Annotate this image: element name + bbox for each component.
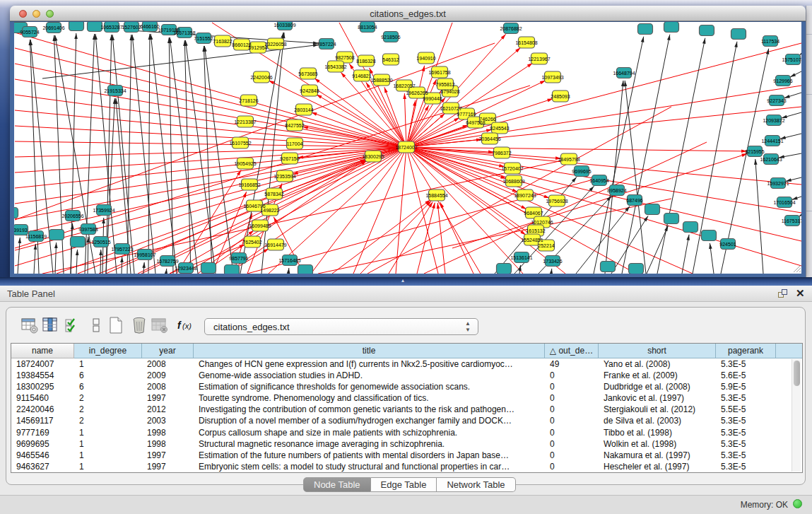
table-cell[interactable]: 5.3E-5 (716, 358, 776, 370)
table-cell[interactable]: de Silva et al. (2003) (599, 415, 716, 426)
table-cell[interactable]: 19384554 (11, 370, 74, 381)
network-canvas[interactable]: 1872400756736859146821158885201682205719… (14, 22, 801, 274)
table-cell[interactable]: 9699695 (11, 438, 74, 450)
table-cell[interactable]: 2 (74, 404, 142, 415)
table-cell[interactable]: 5.3E-5 (716, 438, 776, 450)
table-cell[interactable]: 22420046 (11, 404, 74, 415)
table-cell[interactable]: 49 (545, 358, 599, 370)
table-cell[interactable]: 1997 (142, 461, 194, 472)
table-cell[interactable]: 0 (545, 370, 599, 381)
graph-node[interactable] (629, 264, 644, 274)
tab-network-table[interactable]: Network Table (437, 477, 515, 492)
table-row[interactable]: 1456911722003Disruption of a novel membe… (11, 415, 802, 426)
table-cell[interactable]: 0 (545, 415, 599, 426)
close-panel-icon[interactable]: ✕ (796, 287, 805, 300)
table-cell[interactable]: 1 (74, 358, 142, 370)
column-header-title[interactable]: title (194, 344, 545, 358)
table-cell[interactable]: 5.6E-5 (716, 370, 776, 381)
graph-node[interactable] (702, 230, 717, 241)
table-row[interactable]: 946362711997Embryonic stem cells: a mode… (11, 461, 802, 472)
table-cell[interactable]: 1997 (142, 392, 194, 404)
table-cell[interactable]: Jankovic et al. (1997) (599, 392, 716, 404)
table-cell[interactable]: 0 (545, 381, 599, 392)
select-all-icon[interactable] (63, 316, 81, 334)
table-cell[interactable]: Estimation of significance thresholds fo… (194, 381, 545, 392)
table-cell[interactable]: Estimation of the future numbers of pati… (194, 450, 545, 461)
graph-node[interactable] (49, 230, 64, 240)
graph-node[interactable] (298, 265, 313, 274)
column-header-year[interactable]: year (142, 344, 194, 358)
network-window[interactable]: 1872400756736859146821158885201682205719… (10, 6, 806, 277)
table-cell[interactable]: 5.3E-5 (716, 427, 776, 438)
tab-edge-table[interactable]: Edge Table (371, 477, 437, 492)
table-cell[interactable]: 1997 (142, 450, 194, 461)
table-cell[interactable]: 18300295 (11, 381, 74, 392)
table-cell[interactable]: Embryonic stem cells: a model to study s… (194, 461, 545, 472)
table-row[interactable]: 969969511998Structural magnetic resonanc… (11, 438, 802, 450)
table-row[interactable]: 2242004622012Investigating the contribut… (11, 404, 802, 415)
table-cell[interactable]: 2003 (142, 415, 194, 426)
table-cell[interactable]: 5.3E-5 (716, 415, 776, 426)
graph-node[interactable] (88, 22, 102, 32)
table-cell[interactable]: 1 (74, 450, 142, 461)
table-cell[interactable]: Wolkin et al. (1998) (599, 438, 716, 450)
graph-node[interactable] (731, 29, 746, 40)
vertical-scrollbar[interactable] (792, 359, 801, 472)
table-cell[interactable]: 9777169 (11, 427, 74, 438)
function-icon[interactable]: f(x) (176, 316, 194, 334)
table-cell[interactable]: 5.3E-5 (716, 392, 776, 404)
graph-node[interactable] (700, 25, 714, 36)
table-cell[interactable]: Nakamura et al. (1997) (599, 450, 716, 461)
import-table-icon[interactable] (151, 316, 169, 334)
table-cell[interactable]: 2008 (142, 381, 194, 392)
table-cell[interactable]: 5.3E-5 (716, 461, 776, 472)
table-cell[interactable]: 2 (74, 392, 142, 404)
table-cell[interactable]: Stergiakouli et al. (2012) (599, 404, 716, 415)
graph-node[interactable] (201, 263, 216, 274)
table-selector-combobox[interactable]: citations_edges.txt ▲▼ (204, 318, 478, 335)
table-cell[interactable]: 0 (545, 392, 599, 404)
table-cell[interactable]: Structural magnetic resonance image aver… (194, 438, 545, 450)
graph-node[interactable] (14, 208, 18, 218)
table-cell[interactable]: 1 (74, 427, 142, 438)
table-cell[interactable]: 2009 (142, 370, 194, 381)
table-cell[interactable]: 9115460 (11, 392, 74, 404)
graph-node[interactable] (601, 262, 616, 272)
delete-icon[interactable] (130, 316, 148, 334)
table-cell[interactable]: Disruption of a novel member of a sodium… (194, 415, 545, 426)
table-cell[interactable]: 5.5E-5 (716, 404, 776, 415)
table-cell[interactable]: Tibbo et al. (1998) (599, 427, 716, 438)
table-cell[interactable]: 0 (545, 438, 599, 450)
table-cell[interactable]: Tourette syndrome. Phenomenology and cla… (194, 392, 545, 404)
table-row[interactable]: 1830029562008Estimation of significance … (11, 381, 802, 392)
table-cell[interactable]: 0 (545, 427, 599, 438)
graph-node[interactable] (664, 22, 679, 33)
table-cell[interactable]: 2012 (142, 404, 194, 415)
table-cell[interactable]: 0 (545, 461, 599, 472)
rows-icon[interactable] (87, 316, 105, 334)
graph-node[interactable] (69, 22, 84, 31)
table-cell[interactable]: 6 (74, 370, 142, 381)
graph-node[interactable] (683, 222, 698, 233)
table-cell[interactable]: 0 (545, 450, 599, 461)
table-cell[interactable]: 5.9E-5 (716, 381, 776, 392)
column-header-pagerank[interactable]: pagerank (716, 344, 776, 358)
table-row[interactable]: 946554611997Estimation of the future num… (11, 450, 802, 461)
divider-handle[interactable]: ▴ (401, 278, 408, 284)
graph-node[interactable] (71, 237, 86, 247)
table-cell[interactable]: 2008 (142, 358, 194, 370)
graph-node[interactable] (645, 204, 660, 215)
table-settings-icon[interactable] (20, 316, 39, 334)
table-cell[interactable]: Corpus callosum shape and size in male p… (194, 427, 545, 438)
table-cell[interactable]: Investigating the contribution of common… (194, 404, 545, 415)
table-cell[interactable]: Hescheler et al. (1997) (599, 461, 716, 472)
table-row[interactable]: 1938455462009Genome‑wide association stu… (11, 370, 802, 381)
network-window-titlebar[interactable]: citations_edges.txt (10, 6, 806, 21)
table-cell[interactable]: Dudbridge et al. (2008) (599, 381, 716, 392)
tab-node-table[interactable]: Node Table (303, 477, 371, 492)
split-pane-divider[interactable]: ▴ (0, 277, 812, 286)
table-cell[interactable]: Genome‑wide association studies in ADHD. (194, 370, 545, 381)
table-cell[interactable]: Yano et al. (2008) (599, 358, 716, 370)
table-cell[interactable]: 1 (74, 438, 142, 450)
table-cell[interactable]: 5.3E-5 (716, 450, 776, 461)
